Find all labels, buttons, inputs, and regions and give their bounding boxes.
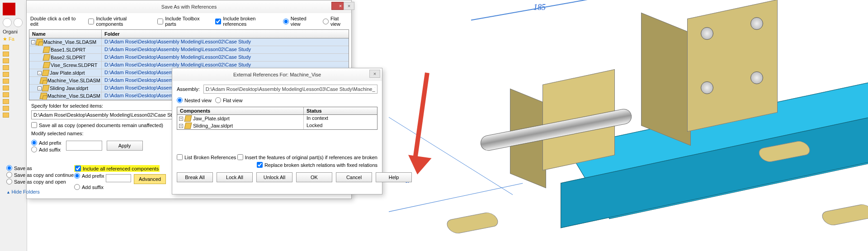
include-toolbox-checkbox[interactable]: Include Toolbox parts: [157, 16, 207, 27]
column-header-folder[interactable]: Folder: [102, 30, 349, 38]
side-panel-close-button[interactable]: ×: [344, 2, 354, 10]
tree-toggle-icon[interactable]: -: [31, 40, 35, 44]
column-header-name[interactable]: Name: [29, 30, 102, 38]
folder-item[interactable]: [0, 78, 27, 85]
folder-item[interactable]: [0, 51, 27, 57]
file-name: Vise_Screw.SLDPRT: [51, 62, 98, 68]
nav-back-button[interactable]: [3, 18, 12, 27]
app-logo: [3, 3, 15, 15]
cancel-button[interactable]: Cancel: [336, 172, 372, 182]
folder-item[interactable]: [0, 64, 27, 71]
nested-view-radio[interactable]: Nested view: [283, 16, 315, 27]
external-references-dialog: External References For: Machine_Vise × …: [172, 68, 382, 194]
insert-features-checkbox[interactable]: Insert the features of original part(s) …: [237, 154, 377, 160]
file-folder[interactable]: D:\Adam Rose\Desktop\Assembly Modeling\L…: [102, 38, 349, 46]
folder-item[interactable]: [0, 57, 27, 64]
dialog-titlebar[interactable]: External References For: Machine_Vise ×: [172, 68, 382, 81]
break-all-button[interactable]: Break All: [177, 172, 213, 182]
column-header-components[interactable]: Components: [177, 107, 304, 114]
edit-instruction: Double click a cell to edit: [30, 16, 80, 27]
file-name: Base1.SLDPRT: [51, 47, 85, 52]
prefix-suffix-input[interactable]: [66, 141, 102, 151]
assembly-path-input[interactable]: [203, 85, 377, 94]
folder-item[interactable]: [0, 91, 27, 98]
ok-button[interactable]: OK: [296, 172, 332, 182]
file-folder[interactable]: D:\Adam Rose\Desktop\Assembly Modeling\L…: [102, 54, 349, 61]
column-header-status[interactable]: Status: [304, 107, 377, 114]
external-refs-grid: Components Status +Jaw_Plate.sldprtIn co…: [177, 107, 377, 130]
include-virtual-checkbox[interactable]: Include virtual components: [88, 16, 149, 27]
list-broken-checkbox[interactable]: List Broken References: [177, 154, 236, 160]
replace-relations-checkbox[interactable]: Replace broken sketch relations with fix…: [257, 162, 377, 168]
part-icon: [42, 85, 50, 91]
tree-toggle-icon[interactable]: -: [38, 86, 42, 90]
part-icon: [43, 47, 51, 53]
folder-tree: [0, 44, 27, 118]
file-name: Machine_Vise.SLDASM: [43, 39, 96, 45]
opt-prefix-suffix-input[interactable]: [106, 174, 131, 182]
part-icon: [43, 54, 51, 61]
add-prefix-radio[interactable]: Add prefix: [31, 140, 61, 146]
part-icon: [184, 123, 192, 129]
advanced-button[interactable]: Advanced: [134, 174, 166, 184]
lock-all-button[interactable]: Lock All: [217, 172, 253, 182]
apply-button[interactable]: Apply: [107, 141, 143, 151]
file-name: Machine_Vise.SLDASM: [47, 78, 100, 83]
graphics-viewport[interactable]: 🔍 ? 185 α: [389, 0, 868, 251]
component-name: Sliding_Jaw.sldprt: [193, 123, 233, 128]
grid-row[interactable]: Base2.SLDPRTD:\Adam Rose\Desktop\Assembl…: [29, 54, 349, 62]
file-name: Base2.SLDPRT: [51, 55, 85, 60]
include-broken-checkbox[interactable]: Include broken references: [215, 16, 274, 27]
part-icon: [43, 62, 51, 68]
file-explorer-panel: Organi ★ Fa: [0, 0, 27, 251]
tree-toggle-icon[interactable]: +: [179, 124, 183, 128]
assembly-icon: [39, 77, 47, 84]
folder-item[interactable]: [0, 98, 27, 105]
tree-toggle-icon[interactable]: +: [179, 117, 183, 121]
dialog-title: Save As with References: [161, 4, 217, 9]
component-name: Jaw_Plate.sldprt: [193, 116, 230, 121]
part-icon: [184, 115, 192, 122]
assembly-icon: [36, 39, 43, 45]
dialog-titlebar[interactable]: Save As with References ×: [27, 0, 351, 13]
grid-row[interactable]: -Machine_Vise.SLDASMD:\Adam Rose\Desktop…: [29, 38, 349, 46]
ext-nested-view-radio[interactable]: Nested view: [177, 97, 212, 103]
add-suffix-radio[interactable]: Add suffix: [31, 147, 61, 152]
assembly-label: Assembly:: [177, 86, 200, 92]
nav-forward-button[interactable]: [14, 18, 23, 27]
folder-item[interactable]: [0, 85, 27, 91]
file-name: Jaw Plate.sldprt: [50, 70, 85, 76]
file-name: Machine_Vise.SLDASM: [47, 93, 100, 99]
component-status: Locked: [304, 122, 377, 129]
grid-row[interactable]: Base1.SLDPRTD:\Adam Rose\Desktop\Assembl…: [29, 46, 349, 54]
annotation-arrow-icon: [393, 72, 439, 176]
folder-item[interactable]: [0, 44, 27, 51]
help-button[interactable]: Help: [376, 172, 412, 182]
part-icon: [42, 70, 50, 76]
folder-item[interactable]: [0, 105, 27, 112]
file-folder[interactable]: D:\Adam Rose\Desktop\Assembly Modeling\L…: [102, 46, 349, 53]
folder-item[interactable]: [0, 112, 27, 118]
unlock-all-button[interactable]: Unlock All: [256, 172, 292, 182]
dialog-title: External References For: Machine_Vise: [233, 72, 321, 77]
flat-view-radio[interactable]: Flat view: [323, 16, 348, 27]
ext-grid-row[interactable]: +Jaw_Plate.sldprtIn context: [177, 115, 377, 122]
machine-vise-model[interactable]: [452, 0, 859, 249]
component-status: In context: [304, 115, 377, 122]
organize-label[interactable]: Organi: [3, 29, 24, 34]
assembly-icon: [39, 93, 47, 99]
folder-item[interactable]: [0, 71, 27, 78]
tree-toggle-icon[interactable]: -: [38, 71, 42, 75]
file-name: Sliding Jaw.sldprt: [50, 85, 88, 91]
favorites-header[interactable]: ★ Fa: [3, 36, 24, 42]
opt-add-suffix-radio[interactable]: Add suffix: [74, 184, 160, 190]
save-as-options: Save as Save as copy and continue Save a…: [6, 165, 160, 194]
close-button[interactable]: ×: [369, 70, 380, 78]
ext-grid-row[interactable]: +Sliding_Jaw.sldprtLocked: [177, 122, 377, 129]
include-all-referenced-checkbox[interactable]: Include all referenced components: [74, 165, 160, 172]
ext-flat-view-radio[interactable]: Flat view: [215, 97, 242, 103]
